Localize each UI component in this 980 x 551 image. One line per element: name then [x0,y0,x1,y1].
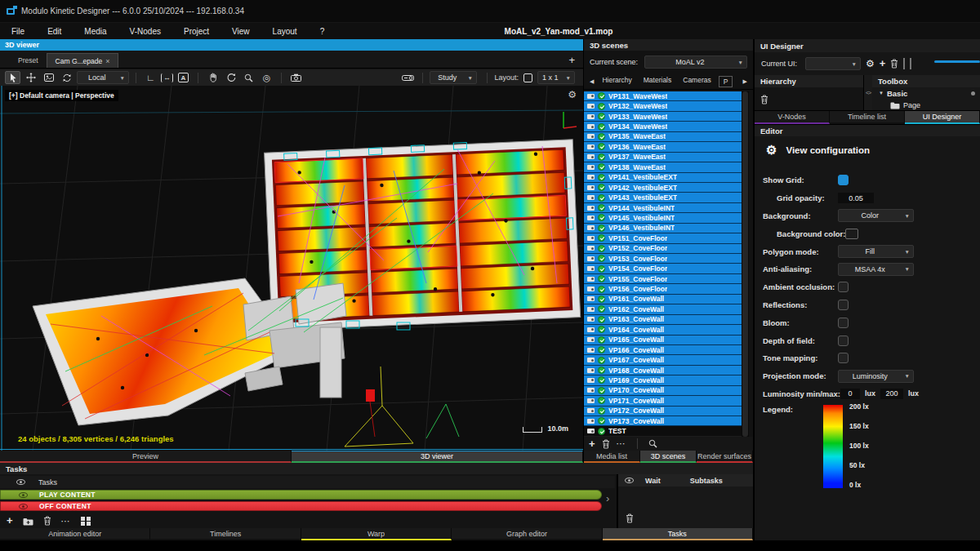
enabled-check-icon[interactable] [598,92,605,100]
enabled-check-icon[interactable] [598,174,605,181]
scene-list-item[interactable]: VP137_WaveEast [584,153,742,162]
current-scene-dropdown[interactable]: MoAL v2▼ [644,56,747,69]
tab-graph-editor[interactable]: Graph editor [452,528,602,540]
checkbox[interactable] [838,318,849,328]
tab-timeline-list[interactable]: Timeline list [830,111,905,124]
toolbox-group-basic[interactable]: ▼Basic [872,87,980,99]
grid-view-icon[interactable] [81,517,91,526]
enabled-check-icon[interactable] [598,346,605,353]
scene-list-item[interactable]: VP145_VestibuleINT [584,213,742,223]
enabled-check-icon[interactable] [598,103,605,110]
enabled-check-icon[interactable] [598,234,605,242]
scene-list-item[interactable]: VP172_CoveWall [584,407,742,416]
scene-list-item[interactable]: VP138_WaveEast [584,162,742,172]
tab-3d-viewer[interactable]: 3D viewer [292,451,583,463]
horizontal-scrollbar[interactable] [934,60,980,63]
scene-list-item[interactable]: VP141_VestibuleEXT [584,173,742,183]
enabled-check-icon[interactable] [598,245,605,252]
color-swatch[interactable] [845,229,858,239]
transform-space-dropdown[interactable]: Local▼ [77,71,129,84]
tab-render-surfaces[interactable]: Render surfaces [697,451,753,463]
scene-list-item[interactable]: VP136_WaveEast [584,142,742,152]
text-input[interactable]: 0.05 [838,193,874,203]
study-dropdown[interactable]: Study▼ [430,71,477,84]
checkbox[interactable] [838,353,849,363]
projector-icon[interactable] [400,71,416,84]
tab-p[interactable]: P [719,76,733,87]
scene-list-item[interactable]: VP170_CoveWall [584,386,742,396]
menu-edit[interactable]: Edit [36,23,73,39]
scene-list-item[interactable]: VP156_CoveFloor [584,284,742,294]
enabled-check-icon[interactable] [598,163,605,171]
enabled-check-icon[interactable] [598,123,605,131]
enabled-check-icon[interactable] [598,397,605,404]
tab-animation-editor[interactable]: Animation editor [0,528,150,540]
gear-icon[interactable]: ⚙ [568,89,577,100]
viewport-3d[interactable]: [+] Default camera | Perspective ⚙ 24 ob… [0,86,583,451]
trash-icon[interactable] [760,95,768,104]
tab-camera-preset[interactable]: Cam G...epade× [47,53,119,68]
toolbox-item-page[interactable]: Page [872,100,980,110]
enabled-check-icon[interactable] [598,133,605,140]
enabled-check-icon[interactable] [598,113,605,120]
scene-list-item[interactable]: VP171_CoveWall [584,396,742,406]
camera-icon[interactable] [288,71,304,84]
enabled-check-icon[interactable] [598,255,605,262]
tab-v-nodes[interactable]: V-Nodes [755,111,830,124]
enabled-check-icon[interactable] [598,357,605,364]
dropdown[interactable]: MSAA 4x▼ [838,263,914,276]
enabled-check-icon[interactable] [598,184,605,191]
enabled-check-icon[interactable] [598,214,605,221]
scroll-right-icon[interactable]: ▶ [741,78,750,85]
scene-list-item[interactable]: VP144_VestibuleINT [584,203,742,213]
eye-icon[interactable] [19,492,28,498]
tab-3d-scenes[interactable]: 3D scenes [640,451,697,463]
enabled-check-icon[interactable] [598,204,605,211]
trash-icon[interactable] [43,516,51,526]
trash-icon[interactable] [602,439,610,449]
refresh-icon[interactable] [59,71,74,84]
texture-tool-button[interactable] [41,71,56,84]
trash-icon[interactable] [890,59,898,69]
more-options-icon[interactable]: ⋯ [617,438,626,449]
dropdown[interactable]: Fill▼ [838,245,914,258]
checkbox[interactable] [838,335,849,346]
focus-tool-button[interactable]: ◎ [259,71,274,84]
expand-chevron-icon[interactable]: › [606,492,609,504]
scene-list-item[interactable]: VP154_CoveFloor [584,264,742,273]
tab-cameras[interactable]: Cameras [677,76,716,87]
task-play-content[interactable]: PLAY CONTENT [0,490,602,500]
tab-tasks[interactable]: Tasks [603,528,753,540]
search-icon[interactable] [648,439,657,448]
enabled-check-icon[interactable] [598,224,605,232]
zoom-tool-button[interactable] [241,71,256,84]
scene-list-scrollbar[interactable] [742,91,749,437]
current-ui-dropdown[interactable]: ▼ [805,57,861,70]
enabled-check-icon[interactable] [598,295,605,303]
menu-v-nodes[interactable]: V-Nodes [118,23,172,39]
enabled-check-icon[interactable] [598,336,605,344]
enabled-check-icon[interactable] [598,286,605,293]
scene-list-item[interactable]: VP134_WaveWest [584,122,742,131]
move-tool-button[interactable] [23,71,38,84]
add-folder-icon[interactable] [23,517,33,526]
scene-list-item[interactable]: VP155_CoveFloor [584,274,742,284]
scene-list-item[interactable]: VP168_CoveWall [584,366,742,375]
pan-tool-button[interactable] [205,71,220,84]
menu-file[interactable]: File [0,23,36,39]
corner-measure-icon[interactable]: ∟ [143,71,158,84]
enabled-check-icon[interactable] [598,265,605,273]
menu-[interactable]: ? [309,23,336,39]
dropdown[interactable]: Luminosity▼ [838,370,914,383]
enabled-check-icon[interactable] [598,387,605,394]
menu-project[interactable]: Project [172,23,220,39]
add-icon[interactable]: + [7,517,13,525]
scene-list-item[interactable]: VP143_VestibuleEXT [584,193,742,202]
scene-list-item[interactable]: VP165_CoveWall [584,335,742,345]
enabled-check-icon[interactable] [598,407,605,415]
menu-layout[interactable]: Layout [261,23,309,39]
eye-icon[interactable] [625,478,634,483]
dropdown[interactable]: Color▼ [838,209,914,222]
scene-list-item[interactable]: VP167_CoveWall [584,355,742,365]
eye-icon[interactable] [16,479,25,485]
